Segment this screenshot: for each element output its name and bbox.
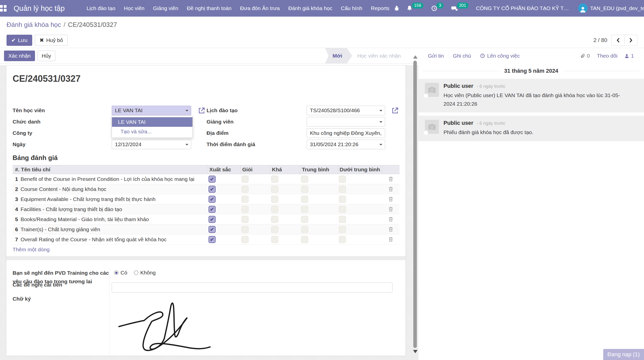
menu-danh-gia-khoa-hoc[interactable]: Đánh giá khóa học [284, 0, 337, 17]
checkbox-excellent[interactable]: ✔ [209, 236, 216, 243]
record-title: CE/240531/0327 [13, 73, 80, 84]
company-label: Công ty [13, 128, 32, 138]
send-message-button[interactable]: Gửi tin [428, 53, 444, 59]
checkbox-good[interactable] [242, 186, 249, 193]
radio-no[interactable]: Không [134, 270, 156, 276]
delete-row-button[interactable] [382, 176, 399, 182]
menu-hoc-vien[interactable]: Học viên [120, 0, 149, 17]
checkbox-below-average[interactable] [339, 206, 346, 213]
checkbox-fair[interactable] [271, 216, 278, 223]
radio-no-circle [134, 270, 138, 275]
checkbox-below-average[interactable] [339, 196, 346, 203]
checkbox-excellent[interactable]: ✔ [209, 216, 216, 223]
checkbox-fair[interactable] [271, 226, 278, 233]
location-input[interactable]: Khu công nghiệp Đông Xuyên, đườn [307, 128, 385, 138]
checkbox-good[interactable] [242, 176, 249, 183]
student-external-link-icon[interactable] [198, 107, 206, 114]
attachments-button[interactable]: 0 [580, 53, 590, 59]
signature-canvas[interactable] [114, 297, 223, 355]
menu-reports[interactable]: Reports [367, 0, 394, 17]
suggestions-input[interactable] [112, 283, 392, 293]
checkbox-average[interactable] [301, 236, 308, 243]
user-menu[interactable]: TAN_EDU (pvd_dev_test050424) [578, 4, 644, 13]
checkbox-below-average[interactable] [339, 216, 346, 223]
schedule-combobox[interactable]: TS/240528/S100/466 [307, 106, 385, 115]
checkbox-average[interactable] [301, 176, 308, 183]
cancel-button[interactable]: Hủy [37, 51, 55, 61]
delete-row-button[interactable] [382, 196, 399, 202]
checkbox-average[interactable] [301, 216, 308, 223]
delete-row-button[interactable] [382, 217, 399, 222]
row-criteria: Course Content - Nội dung khóa học [21, 186, 106, 192]
checkbox-excellent[interactable]: ✔ [209, 176, 216, 183]
checkbox-average[interactable] [301, 186, 308, 193]
app-title[interactable]: Quản lý học tập [14, 4, 65, 13]
checkbox-fair[interactable] [271, 206, 278, 213]
activities-button[interactable]: 3 [431, 5, 444, 12]
menu-de-nghi-thanh-toan[interactable]: Đề nghị thanh toán [183, 0, 236, 17]
checkbox-fair[interactable] [271, 196, 278, 203]
menu-dua-don-an-trua[interactable]: Đưa đón Ăn trưa [236, 0, 284, 17]
checkbox-excellent[interactable]: ✔ [209, 206, 216, 213]
checkbox-excellent[interactable]: ✔ [209, 226, 216, 233]
delete-row-button[interactable] [382, 207, 399, 212]
discard-button[interactable]: ✖ Huỷ bỏ [35, 35, 68, 46]
date-picker[interactable]: 12/12/2024 [112, 140, 191, 149]
message-author[interactable]: Public user [444, 120, 473, 126]
checkbox-fair[interactable] [271, 186, 278, 193]
checkbox-good[interactable] [242, 226, 249, 233]
apps-menu-button[interactable] [0, 0, 7, 17]
follow-button[interactable]: Theo dõi [597, 53, 618, 59]
student-combobox[interactable]: LE VAN TAI [112, 106, 191, 115]
checkbox-excellent[interactable]: ✔ [209, 186, 216, 193]
checkbox-good[interactable] [242, 206, 249, 213]
status-step-next[interactable]: Học viên xác nhận [352, 48, 411, 64]
dropdown-option[interactable]: LE VAN TAI [112, 117, 192, 127]
schedule-external-link-icon[interactable] [391, 107, 399, 114]
checkbox-average[interactable] [301, 206, 308, 213]
add-line-link[interactable]: Thêm một dòng [13, 247, 50, 253]
form-sheet: CE/240531/0327 Tên học viên LE VAN TAI C… [6, 65, 406, 356]
scrollbar-thumb[interactable] [413, 61, 417, 348]
scroll-up-arrow-icon[interactable] [413, 53, 418, 59]
checkbox-average[interactable] [301, 226, 308, 233]
checkbox-fair[interactable] [271, 236, 278, 243]
checkbox-below-average[interactable] [339, 186, 346, 193]
checkbox-below-average[interactable] [339, 176, 346, 183]
chatter-message: Public user - 6 ngày trước Phiếu đánh gi… [418, 116, 644, 141]
checkbox-excellent[interactable]: ✔ [209, 196, 216, 203]
status-step-current[interactable]: Mới [325, 48, 352, 64]
followers-button[interactable]: 1 [624, 53, 634, 59]
checkbox-good[interactable] [242, 236, 249, 243]
messages-button[interactable]: 201 [451, 5, 469, 12]
menu-lich-dao-tao[interactable]: Lịch đào tạo [82, 0, 119, 17]
menu-cau-hinh[interactable]: Cấu hình [337, 0, 367, 17]
breadcrumb-section-link[interactable]: Đánh giá khóa học [7, 21, 61, 29]
log-note-button[interactable]: Ghi chú [453, 53, 471, 59]
schedule-activity-button[interactable]: Lên công việc [480, 53, 520, 59]
menu-giang-vien[interactable]: Giảng viên [149, 0, 182, 17]
delete-row-button[interactable] [382, 227, 399, 232]
pager-previous-button[interactable] [611, 35, 624, 46]
radio-yes[interactable]: Có [114, 270, 127, 276]
dropdown-create-edit[interactable]: Tạo và sửa... [112, 127, 192, 136]
form-scrollbar[interactable] [413, 53, 417, 358]
scroll-down-arrow-icon[interactable] [413, 350, 418, 355]
checkbox-below-average[interactable] [339, 236, 346, 243]
checkbox-good[interactable] [242, 216, 249, 223]
company-switcher[interactable]: CÔNG TY CỔ PHẦN ĐÀO TẠO KỸ THU... [476, 5, 572, 11]
checkbox-good[interactable] [242, 196, 249, 203]
trainer-combobox[interactable] [307, 117, 385, 127]
debug-bug-icon[interactable] [394, 5, 400, 11]
notifications-button[interactable]: 156 [406, 5, 424, 12]
pager-next-button[interactable] [624, 35, 637, 46]
eval-time-picker[interactable]: 31/05/2024 21:20:26 [307, 140, 385, 149]
delete-row-button[interactable] [382, 237, 399, 242]
save-button[interactable]: ✔ Lưu [7, 35, 32, 46]
checkbox-fair[interactable] [271, 176, 278, 183]
message-author[interactable]: Public user [444, 83, 473, 89]
checkbox-below-average[interactable] [339, 226, 346, 233]
delete-row-button[interactable] [382, 186, 399, 192]
checkbox-average[interactable] [301, 196, 308, 203]
confirm-button[interactable]: Xác nhận [4, 51, 35, 61]
